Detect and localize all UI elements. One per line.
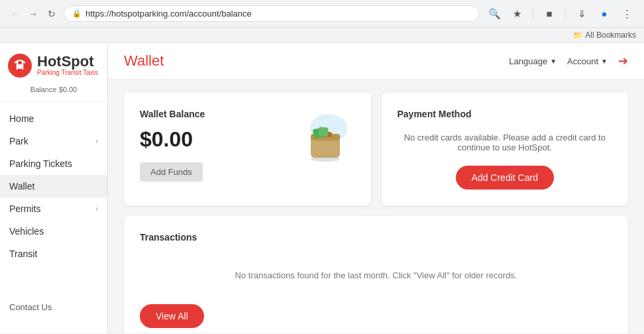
- sidebar-item-home[interactable]: Home: [0, 107, 107, 130]
- browser-chrome: ← → ↻ 🔒 https://hotspotparking.com/accou…: [0, 0, 644, 28]
- payment-message: No credit cards available. Please add a …: [398, 133, 613, 152]
- sidebar-logo: H HotSpot Parking Transit Taxis: [0, 43, 107, 84]
- add-funds-button[interactable]: Add Funds: [140, 162, 203, 182]
- wallet-card-content: Wallet Balance $0.00 Add Funds: [140, 109, 205, 182]
- transactions-title: Transactions: [140, 232, 612, 243]
- address-bar[interactable]: 🔒 https://hotspotparking.com/account/bal…: [64, 5, 480, 22]
- separator2: [565, 7, 566, 21]
- main-content: Wallet Language ▼ Account ▼ ➔: [108, 43, 644, 333]
- back-button[interactable]: ←: [8, 7, 21, 21]
- refresh-button[interactable]: ↻: [45, 7, 58, 21]
- sidebar-item-parking-tickets-label: Parking Tickets: [9, 158, 72, 169]
- bookmarks-label: All Bookmarks: [585, 30, 636, 40]
- sidebar-item-park-label: Park: [9, 136, 28, 146]
- bookmarks-folder-icon: 📁: [573, 31, 582, 40]
- extensions-icon[interactable]: ■: [540, 5, 559, 23]
- page-title: Wallet: [124, 52, 164, 70]
- profile-icon[interactable]: ●: [595, 5, 614, 23]
- view-all-button[interactable]: View All: [140, 304, 204, 328]
- account-label: Account: [567, 56, 598, 66]
- logo-text: HotSpot Parking Transit Taxis: [37, 54, 98, 77]
- language-button[interactable]: Language ▼: [509, 56, 557, 66]
- menu-icon[interactable]: ⋮: [617, 5, 636, 23]
- bookmarks-bar: 📁 All Bookmarks: [0, 28, 644, 43]
- sidebar-item-vehicles[interactable]: Vehicles: [0, 220, 107, 243]
- bookmark-star-icon[interactable]: ★: [508, 5, 526, 23]
- sidebar-item-parking-tickets[interactable]: Parking Tickets: [0, 152, 107, 175]
- logo-main-text: HotSpot: [37, 54, 98, 69]
- app-container: H HotSpot Parking Transit Taxis Balance …: [0, 43, 644, 333]
- wallet-illustration: [295, 109, 355, 168]
- svg-point-2: [18, 65, 22, 69]
- transactions-card: Transactions No transactions found for t…: [124, 216, 628, 333]
- add-credit-card-button[interactable]: Add Credit Card: [456, 166, 554, 190]
- wallet-balance-title: Wallet Balance: [140, 109, 205, 119]
- main-header: Wallet Language ▼ Account ▼ ➔: [108, 43, 644, 80]
- download-icon[interactable]: ⇓: [572, 5, 591, 23]
- payment-method-card: Payment Method No credit cards available…: [382, 93, 629, 205]
- language-chevron-icon: ▼: [550, 58, 557, 65]
- wallet-svg-icon: [299, 109, 352, 168]
- url-text: https://hotspotparking.com/account/balan…: [85, 9, 471, 19]
- search-icon[interactable]: 🔍: [485, 5, 504, 23]
- sidebar-item-park[interactable]: Park ›: [0, 130, 107, 152]
- sidebar-item-transit-label: Transit: [9, 249, 37, 259]
- account-chevron-icon: ▼: [601, 58, 608, 65]
- logout-button[interactable]: ➔: [618, 54, 628, 68]
- content-area: Wallet Balance $0.00 Add Funds: [108, 80, 644, 333]
- wallet-amount: $0.00: [140, 127, 205, 152]
- language-label: Language: [509, 56, 547, 66]
- security-icon: 🔒: [72, 9, 81, 18]
- svg-rect-8: [318, 127, 328, 137]
- browser-toolbar: 🔍 ★ ■ ⇓ ● ⋮: [485, 5, 636, 23]
- sidebar-item-permits-label: Permits: [9, 203, 40, 214]
- park-chevron-icon: ›: [95, 137, 98, 146]
- sidebar: H HotSpot Parking Transit Taxis Balance …: [0, 43, 108, 333]
- transactions-empty-message: No transactions found for the last month…: [140, 250, 612, 294]
- sidebar-item-permits[interactable]: Permits ›: [0, 197, 107, 220]
- sidebar-item-vehicles-label: Vehicles: [9, 226, 44, 237]
- forward-button[interactable]: →: [27, 7, 40, 21]
- svg-point-9: [311, 156, 340, 162]
- sidebar-item-wallet-label: Wallet: [9, 181, 34, 192]
- header-actions: Language ▼ Account ▼ ➔: [509, 54, 628, 68]
- separator: [533, 7, 533, 21]
- sidebar-item-transit[interactable]: Transit: [0, 243, 107, 265]
- hotspot-logo-icon: H: [8, 54, 32, 78]
- sidebar-balance: Balance $0.00: [0, 84, 107, 102]
- permits-chevron-icon: ›: [95, 204, 98, 213]
- payment-method-title: Payment Method: [398, 109, 613, 119]
- sidebar-item-home-label: Home: [9, 113, 34, 124]
- cards-row: Wallet Balance $0.00 Add Funds: [124, 93, 628, 205]
- account-button[interactable]: Account ▼: [567, 56, 608, 66]
- sidebar-navigation: Home Park › Parking Tickets Wallet Permi…: [0, 102, 107, 294]
- logo-sub-text: Parking Transit Taxis: [37, 69, 98, 77]
- sidebar-item-wallet[interactable]: Wallet: [0, 175, 107, 197]
- contact-us-link[interactable]: Contact Us: [0, 294, 107, 320]
- wallet-balance-card: Wallet Balance $0.00 Add Funds: [124, 93, 371, 205]
